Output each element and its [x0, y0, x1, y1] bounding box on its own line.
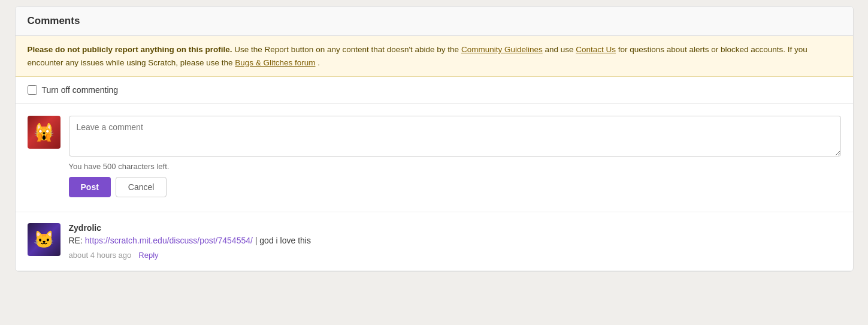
user-avatar-emoji: 🙀 — [34, 122, 55, 142]
comment-prefix: RE: — [69, 236, 85, 245]
comment-input-wrapper: You have 500 characters left. Post Cance… — [69, 116, 841, 197]
toggle-commenting-row: Turn off commenting — [16, 77, 853, 104]
comment-body: Zydrolic RE: https://scratch.mit.edu/dis… — [69, 223, 841, 260]
current-user-avatar: 🙀 — [28, 116, 61, 149]
comment-meta: about 4 hours ago Reply — [69, 251, 841, 260]
toggle-commenting-label[interactable]: Turn off commenting — [42, 85, 119, 95]
community-guidelines-link[interactable]: Community Guidelines — [461, 45, 543, 54]
contact-us-link[interactable]: Contact Us — [576, 45, 616, 54]
post-button[interactable]: Post — [69, 177, 111, 197]
comment-link[interactable]: https://scratch.mit.edu/discuss/post/745… — [85, 236, 253, 245]
comments-title: Comments — [28, 15, 841, 27]
comment-timestamp: about 4 hours ago — [69, 251, 132, 260]
notice-text-2: and use — [545, 45, 576, 54]
comment-list: 🐱 Zydrolic RE: https://scratch.mit.edu/d… — [16, 212, 853, 271]
comment-textarea[interactable] — [69, 116, 841, 157]
char-count: You have 500 characters left. — [69, 162, 841, 171]
comments-header: Comments — [16, 7, 853, 36]
cancel-button[interactable]: Cancel — [116, 177, 167, 197]
notice-bold: Please do not publicly report anything o… — [28, 45, 232, 54]
comment-form-area: 🙀 You have 500 characters left. Post Can… — [16, 104, 853, 212]
zydrolic-avatar-emoji: 🐱 — [34, 230, 55, 249]
comment-text-after-link: | god i love this — [253, 236, 311, 245]
comment-avatar: 🐱 — [28, 223, 61, 256]
reply-link[interactable]: Reply — [138, 251, 158, 260]
comment-item: 🐱 Zydrolic RE: https://scratch.mit.edu/d… — [16, 212, 853, 271]
notice-text-1: Use the Report button on any content tha… — [234, 45, 461, 54]
notice-text-4: . — [317, 58, 320, 67]
comment-text: RE: https://scratch.mit.edu/discuss/post… — [69, 234, 841, 247]
toggle-commenting-checkbox[interactable] — [28, 85, 37, 95]
form-buttons: Post Cancel — [69, 177, 841, 197]
comments-container: Comments Please do not publicly report a… — [15, 6, 854, 272]
comment-username: Zydrolic — [69, 223, 841, 233]
bugs-forum-link[interactable]: Bugs & Glitches forum — [235, 58, 315, 67]
notice-box: Please do not publicly report anything o… — [16, 36, 853, 77]
